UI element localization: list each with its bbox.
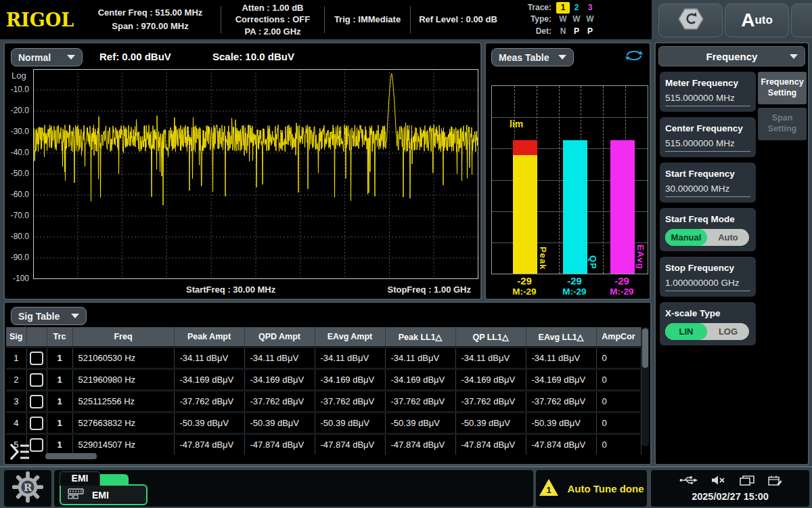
signal-table-container: SigTrcFreqPeak AmptQPD AmptEAvg AmptPeak… — [6, 327, 642, 454]
row-amplitude: -34.11 dBμV — [385, 347, 455, 369]
tab-span-setting[interactable]: Span Setting — [758, 108, 807, 140]
row-amplitude: -34.11 dBμV — [455, 347, 526, 369]
det-2: P — [570, 26, 583, 37]
sidebar-field-x-scale-type[interactable]: X-scale TypeLINLOG — [660, 302, 756, 345]
tab-frequency-setting[interactable]: Frequency Setting — [758, 72, 807, 104]
sidebar-title-dropdown[interactable]: Frequency — [658, 46, 805, 66]
meas-table-dropdown[interactable]: Meas Table — [491, 48, 574, 66]
table-row[interactable]: 51529014507 Hz-47.874 dBμV-47.874 dBμV-4… — [6, 434, 641, 455]
field-value[interactable]: 30.000000 MHz — [665, 184, 750, 197]
limit-exceeded-segment — [513, 140, 537, 155]
sidebar-title: Frequency — [706, 51, 758, 62]
row-number: 2 — [6, 369, 26, 391]
span-readout: Span : 970.00 MHz — [80, 20, 221, 33]
row-checkbox[interactable] — [30, 373, 43, 387]
field-value[interactable]: 1.000000000 GHz — [665, 278, 750, 291]
meas-table-panel: Meas Table lim PeakQPEAvg -29M:-29-29M:-… — [484, 42, 651, 300]
start-freq-label: StartFreq : 30.00 MHz — [186, 284, 275, 295]
table-vertical-scrollbar[interactable] — [641, 327, 649, 446]
preset-button[interactable] — [658, 3, 723, 37]
y-tick-label: -40.0 — [5, 148, 29, 157]
row-amplitude: -34.169 dBμV — [385, 369, 455, 391]
row-amplitude: -37.762 dBμV — [315, 391, 385, 412]
spectrum-plot[interactable] — [33, 69, 478, 279]
emi-mode-tab[interactable]: EMI — [60, 471, 100, 486]
row-amplitude: -50.39 dBμV — [455, 412, 526, 434]
status-icons — [679, 475, 782, 488]
emi-instrument-icon — [68, 488, 84, 501]
row-checkbox[interactable] — [30, 395, 43, 408]
row-amplitude: -37.762 dBμV — [526, 391, 596, 412]
column-header: Freq — [72, 327, 174, 347]
row-frequency: 527663832 Hz — [72, 412, 174, 434]
sidebar-field-stop-frequency[interactable]: Stop Frequency1.000000000 GHz — [660, 257, 756, 297]
emi-card-label: EMI — [92, 490, 109, 501]
system-menu-button[interactable]: R — [4, 470, 51, 507]
partial-button[interactable] — [791, 3, 812, 37]
column-header: Peak Ampt — [174, 327, 244, 347]
table-horizontal-scrollbar[interactable] — [45, 453, 97, 459]
emi-mode-card[interactable]: EMI — [60, 484, 148, 505]
auto-tune-button[interactable]: Auto — [725, 3, 789, 37]
row-frequency: 521960980 Hz — [72, 369, 174, 391]
spectrum-panel: Normal Ref: 0.00 dBuV Scale: 10.0 dBuV L… — [3, 42, 482, 300]
bar-current-value: -29 — [497, 275, 551, 287]
bar-max-value: M:-29 — [497, 287, 551, 297]
auto-tune-notification[interactable]: 1 Auto Tune done — [536, 470, 647, 507]
row-ampcor: 0 — [596, 412, 641, 434]
row-checkbox[interactable] — [30, 438, 43, 452]
y-tick-label: -70.0 — [5, 211, 29, 220]
table-row[interactable]: 21521960980 Hz-34.169 dBμV-34.169 dBμV-3… — [6, 369, 641, 391]
sidebar-tabs: Frequency SettingSpan Setting — [758, 72, 807, 144]
row-amplitude: -34.169 dBμV — [244, 369, 315, 391]
table-row[interactable]: 11521060530 Hz-34.11 dBμV-34.11 dBμV-34.… — [6, 347, 641, 369]
sig-table-dropdown[interactable]: Sig Table — [11, 307, 87, 325]
sidebar-field-start-freq-mode[interactable]: Start Freq ModeManualAuto — [660, 208, 756, 251]
field-label: Meter Frequency — [665, 78, 750, 88]
atten-readout: Atten : 1.00 dB — [221, 2, 324, 14]
row-checkbox[interactable] — [30, 417, 43, 430]
sig-table-panel: Sig Table SigTrcFreqPeak AmptQPD AmptEAv… — [3, 301, 652, 465]
field-label: Center Frequency — [665, 123, 750, 133]
y-tick-label: -100 — [5, 274, 29, 283]
bar-current-value: -29 — [595, 275, 649, 287]
bar-value-qp: -29M:-29 — [547, 275, 602, 297]
row-amplitude: -47.874 dBμV — [244, 434, 315, 455]
sync-refresh-icon[interactable] — [625, 50, 643, 64]
sidebar-field-meter-frequency[interactable]: Meter Frequency515.000000 MHz — [660, 72, 756, 112]
datetime-readout: 2025/02/27 15:00 — [692, 491, 769, 502]
scrollbar-thumb[interactable] — [642, 329, 648, 368]
sidebar-field-start-frequency[interactable]: Start Frequency30.000000 MHz — [660, 163, 756, 203]
row-checkbox[interactable] — [30, 352, 43, 365]
bar-max-value: M:-29 — [595, 287, 649, 297]
trace-mode-dropdown[interactable]: Normal — [11, 48, 83, 66]
row-amplitude: -47.874 dBμV — [315, 434, 385, 455]
row-trace: 1 — [47, 434, 72, 455]
preset-hexagon-redo-icon — [678, 7, 704, 33]
trace-status-block: Trace: 1 2 3 Type: W W W Det: N P P — [505, 2, 621, 37]
meas-table-label: Meas Table — [499, 52, 549, 63]
sidebar-field-center-frequency[interactable]: Center Frequency515.000000 MHz — [660, 117, 756, 157]
row-amplitude: -37.762 dBμV — [244, 391, 315, 412]
field-value[interactable]: 515.000000 MHz — [665, 138, 750, 152]
table-row[interactable]: 31525112556 Hz-37.762 dBμV-37.762 dBμV-3… — [6, 391, 641, 412]
row-amplitude: -34.169 dBμV — [455, 369, 526, 391]
toggle-option-lin[interactable]: LIN — [665, 323, 707, 340]
trig-readout: Trig : IMMediate — [325, 13, 410, 26]
signal-table: SigTrcFreqPeak AmptQPD AmptEAvg AmptPeak… — [6, 327, 641, 454]
toggle-option-auto[interactable]: Auto — [707, 229, 749, 246]
toggle-option-manual[interactable]: Manual — [665, 229, 707, 246]
mode-tabs-strip: EMI EMI — [54, 470, 533, 507]
bar-max-value: M:-29 — [547, 287, 602, 297]
toggle-option-log[interactable]: LOG — [707, 323, 749, 340]
scale-label: Scale: 10.0 dBuV — [212, 51, 294, 62]
table-expand-prompt-icon[interactable] — [9, 442, 30, 464]
table-row[interactable]: 41527663832 Hz-50.39 dBμV-50.39 dBμV-50.… — [6, 412, 641, 434]
auto-button-label-rest: uto — [754, 14, 772, 27]
corrections-readout: Corrections : OFF — [221, 14, 324, 26]
row-amplitude: -37.762 dBμV — [174, 391, 244, 412]
field-value[interactable]: 515.000000 MHz — [665, 93, 750, 106]
det-label: Det: — [520, 26, 551, 37]
usb-icon — [679, 475, 698, 488]
row-trace: 1 — [47, 369, 72, 391]
